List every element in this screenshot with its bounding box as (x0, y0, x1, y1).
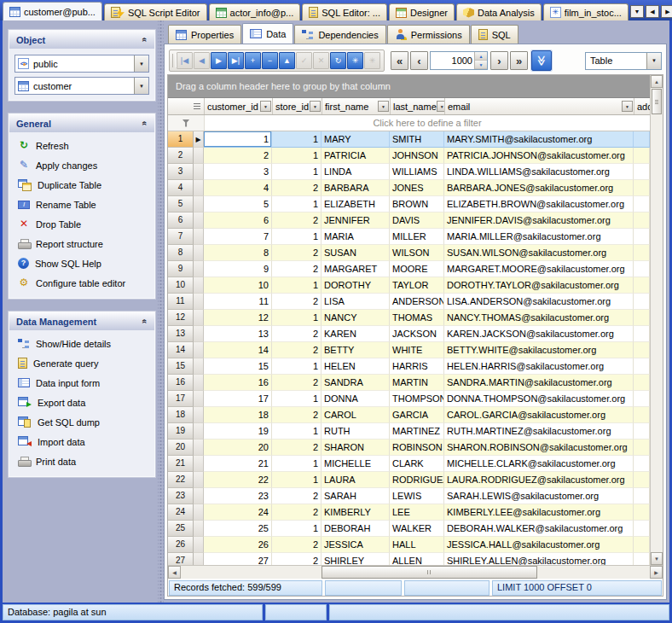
prior-record-button[interactable]: ◀ (194, 52, 210, 69)
chevron-down-icon[interactable]: ▼ (646, 53, 661, 69)
table-row[interactable]: 771MARIAMILLERMARIA.MILLER@sakilacustome… (168, 229, 650, 245)
cell-store_id[interactable]: 1 (272, 358, 322, 375)
cell-customer_id[interactable]: 7 (204, 229, 272, 245)
cell-customer_id[interactable]: 13 (204, 326, 272, 342)
cell-last_name[interactable]: THOMPSON (390, 391, 444, 407)
row-number[interactable]: 3 (168, 164, 194, 180)
table-row[interactable]: 12121NANCYTHOMASNANCY.THOMAS@sakilacusto… (168, 310, 650, 326)
scroll-up-icon[interactable]: ▲ (651, 75, 663, 88)
prior-page-button[interactable]: ‹ (410, 51, 428, 70)
cell-email[interactable]: DONNA.THOMPSON@sakilacustomer.org (444, 391, 634, 407)
cell-last_name[interactable]: WHITE (390, 342, 444, 358)
cell-last_name[interactable]: HARRIS (390, 358, 444, 375)
group-by-band[interactable]: Drag a column header here to group by th… (168, 75, 650, 98)
cell-last_name[interactable]: GARCIA (390, 407, 444, 423)
tab-data[interactable]: Data (242, 23, 293, 44)
doc-tab-sql-editor[interactable]: SQL Editor: ... (302, 3, 387, 20)
column-header-email[interactable]: email ▼ (445, 98, 634, 114)
cell-store_id[interactable]: 1 (272, 164, 322, 180)
column-header-last-name[interactable]: last_name ▼ (391, 98, 445, 114)
cell-first_name[interactable]: SUSAN (322, 245, 390, 261)
row-number[interactable]: 17 (168, 391, 194, 407)
cell-address-partial[interactable] (634, 310, 650, 326)
horizontal-scroll-thumb[interactable] (322, 566, 537, 579)
table-row[interactable]: 18182CAROLGARCIACAROL.GARCIA@sakilacusto… (168, 407, 650, 423)
last-record-button[interactable]: ▶| (228, 52, 244, 69)
stepper-down-icon[interactable]: ▼ (475, 61, 487, 69)
table-row[interactable]: 19191RUTHMARTINEZRUTH.MARTINEZ@sakilacus… (168, 423, 650, 440)
fetch-all-records-button[interactable]: ≫ (531, 50, 552, 71)
cell-customer_id[interactable]: 18 (204, 407, 272, 423)
cell-address-partial[interactable] (634, 261, 650, 277)
cell-email[interactable]: LAURA.RODRIGUEZ@sakilacustomer.org (444, 472, 634, 488)
cell-store_id[interactable]: 2 (272, 440, 322, 456)
cell-email[interactable]: SARAH.LEWIS@sakilacustomer.org (444, 488, 634, 504)
cell-email[interactable]: KIMBERLY.LEE@sakilacustomer.org (444, 504, 634, 521)
cell-email[interactable]: DEBORAH.WALKER@sakilacustomer.org (444, 521, 634, 537)
cell-address-partial[interactable] (634, 375, 650, 391)
row-number[interactable]: 20 (168, 440, 194, 456)
cell-first_name[interactable]: MARY (322, 131, 390, 148)
sidebar-item-configure-table-editor[interactable]: ⚙ Configure table editor (14, 273, 151, 293)
cell-store_id[interactable]: 1 (272, 310, 322, 326)
cell-address-partial[interactable] (634, 456, 650, 472)
row-number[interactable]: 23 (168, 488, 194, 504)
cell-address-partial[interactable] (634, 440, 650, 456)
view-mode-select[interactable]: Table ▼ (585, 52, 662, 70)
cell-last_name[interactable]: MARTINEZ (390, 423, 444, 440)
cell-email[interactable]: BARBARA.JONES@sakilacustomer.org (444, 180, 634, 196)
cell-email[interactable]: SANDRA.MARTIN@sakilacustomer.org (444, 375, 634, 391)
rows-per-page-input[interactable] (431, 52, 474, 69)
cell-first_name[interactable]: JESSICA (322, 537, 390, 553)
table-row[interactable]: 551ELIZABETHBROWNELIZABETH.BROWN@sakilac… (168, 196, 650, 213)
cell-customer_id[interactable]: 20 (204, 440, 272, 456)
sidebar-item-refresh[interactable]: ↻ Refresh (14, 136, 151, 155)
cell-first_name[interactable]: RUTH (322, 423, 390, 440)
scroll-left-icon[interactable]: ◀ (168, 566, 181, 579)
column-header-address-partial[interactable]: add (634, 98, 650, 114)
cell-store_id[interactable]: 1 (272, 148, 322, 164)
cell-email[interactable]: DOROTHY.TAYLOR@sakilacustomer.org (444, 277, 634, 294)
cell-first_name[interactable]: MARIA (322, 229, 390, 245)
row-number[interactable]: 16 (168, 375, 194, 391)
table-row[interactable]: 25251DEBORAHWALKERDEBORAH.WALKER@sakilac… (168, 521, 650, 537)
vertical-scroll-thumb[interactable] (652, 89, 662, 114)
cell-store_id[interactable]: 2 (272, 407, 322, 423)
delete-record-button[interactable]: − (262, 52, 278, 69)
doc-tab-film-in-stock[interactable]: ✳ film_in_stoc... (543, 3, 629, 20)
object-panel-header[interactable]: Object « (9, 31, 154, 49)
cell-email[interactable]: LINDA.WILLIAMS@sakilacustomer.org (444, 164, 634, 180)
row-number[interactable]: 15 (168, 358, 194, 375)
sidebar-item-apply-changes[interactable]: ✎ Apply changes (14, 155, 151, 175)
row-number[interactable]: 7 (168, 229, 194, 245)
cell-first_name[interactable]: KAREN (322, 326, 390, 342)
cell-email[interactable]: SHIRLEY.ALLEN@sakilacustomer.org (444, 553, 634, 565)
cell-email[interactable]: MARGARET.MOORE@sakilacustomer.org (444, 261, 634, 277)
sidebar-item-data-input-form[interactable]: Data input form (14, 373, 151, 393)
row-number[interactable]: 5 (168, 196, 194, 213)
cell-store_id[interactable]: 1 (272, 521, 322, 537)
post-edit-button[interactable]: ✓ (296, 52, 312, 69)
cell-address-partial[interactable] (634, 164, 650, 180)
cell-customer_id[interactable]: 17 (204, 391, 272, 407)
cell-store_id[interactable]: 2 (272, 342, 322, 358)
cell-first_name[interactable]: HELEN (322, 358, 390, 375)
cell-store_id[interactable]: 1 (272, 423, 322, 440)
table-row[interactable]: 992MARGARETMOOREMARGARET.MOORE@sakilacus… (168, 261, 650, 277)
cell-customer_id[interactable]: 22 (204, 472, 272, 488)
table-row[interactable]: 22221LAURARODRIGUEZLAURA.RODRIGUEZ@sakil… (168, 472, 650, 488)
table-row[interactable]: 24242KIMBERLYLEEKIMBERLY.LEE@sakilacusto… (168, 504, 650, 521)
filter-dropdown-icon[interactable]: ▼ (622, 101, 633, 112)
cell-last_name[interactable]: MARTIN (390, 375, 444, 391)
cell-customer_id[interactable]: 8 (204, 245, 272, 261)
cell-first_name[interactable]: KIMBERLY (322, 504, 390, 521)
cell-customer_id[interactable]: 16 (204, 375, 272, 391)
cell-last_name[interactable]: DAVIS (390, 213, 444, 229)
sidebar-item-print-data[interactable]: Print data (14, 451, 151, 471)
table-row[interactable]: 17171DONNATHOMPSONDONNA.THOMPSON@sakilac… (168, 391, 650, 407)
table-row[interactable]: 442BARBARAJONESBARBARA.JONES@sakilacusto… (168, 180, 650, 196)
cell-email[interactable]: PATRICIA.JOHNSON@sakilacustomer.org (444, 148, 634, 164)
sidebar-item-export-data[interactable]: Export data (14, 393, 151, 412)
cell-last_name[interactable]: ALLEN (390, 553, 444, 565)
cell-email[interactable]: MARIA.MILLER@sakilacustomer.org (444, 229, 634, 245)
